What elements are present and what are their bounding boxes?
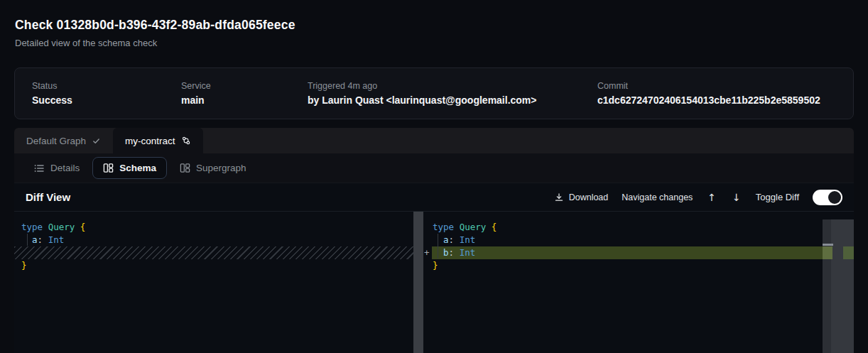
graph-tab-strip: Default Graph my-contract (14, 128, 854, 153)
download-icon (554, 192, 564, 202)
check-icon (92, 136, 101, 146)
diff-placeholder-line (14, 246, 413, 259)
check-content-panel: Details Schema Supergraph Diff View Down… (14, 153, 854, 353)
previous-change-button[interactable]: ↑ (706, 192, 717, 203)
summary-commit: Commit c1dc62724702406154013cbe11b225b2e… (597, 81, 836, 106)
summary-triggered: Triggered 4m ago by Laurin Quast <laurin… (308, 81, 597, 106)
code-line: type Query { (432, 221, 823, 234)
code-line: a: Int (14, 234, 413, 246)
diff-controls: Download Navigate changes ↑ ↓ Toggle Dif… (554, 190, 842, 205)
service-label: Service (181, 81, 308, 91)
next-change-button[interactable]: ↓ (731, 192, 742, 203)
list-icon (33, 163, 45, 174)
diff-splitter[interactable] (413, 212, 423, 353)
columns-icon (103, 163, 114, 173)
diff-left-pane: type Query { a: Int} (14, 221, 413, 272)
page-title: Check 01328b0d-b396-43f2-89ab-dfda065fee… (15, 18, 295, 33)
triggered-value: by Laurin Quast <laurinquast@googlemail.… (308, 94, 597, 106)
diff-view-title: Diff View (26, 191, 70, 203)
navigate-changes-button[interactable]: Navigate changes (622, 192, 693, 202)
code-line: a: Int (432, 234, 823, 246)
tab-details-label: Details (50, 163, 80, 173)
tab-supergraph[interactable]: Supergraph (172, 157, 254, 179)
code-line: } (432, 259, 823, 272)
columns-icon (180, 163, 190, 173)
summary-service: Service main (181, 81, 308, 106)
commit-label: Commit (597, 81, 836, 91)
diff-toolbar: Diff View Download Navigate changes ↑ ↓ … (14, 183, 854, 212)
tab-schema-label: Schema (119, 163, 156, 173)
commit-value: c1dc62724702406154013cbe11b225b2e5859502 (597, 94, 836, 106)
tab-details[interactable]: Details (26, 157, 87, 180)
status-value: Success (32, 94, 181, 106)
tab-default-graph[interactable]: Default Graph (14, 128, 113, 153)
minimap-text-mark (823, 244, 833, 246)
diff-scrollbar[interactable] (823, 219, 831, 353)
contract-icon (181, 136, 191, 146)
tab-supergraph-label: Supergraph (196, 163, 246, 173)
indent-guide (438, 234, 438, 259)
indent-guide (27, 234, 28, 246)
status-label: Status (32, 81, 181, 91)
tab-default-graph-label: Default Graph (26, 136, 86, 146)
tab-schema[interactable]: Schema (92, 157, 167, 179)
page-subtitle: Detailed view of the schema check (15, 38, 157, 48)
summary-status: Status Success (32, 81, 181, 106)
diff-right-pane: type Query { a: Int b: Int} (432, 221, 823, 272)
navigate-changes-label: Navigate changes (622, 192, 693, 202)
tab-my-contract[interactable]: my-contract (113, 128, 203, 153)
overview-ruler-added-marker (823, 246, 832, 259)
code-line: b: Int (432, 246, 823, 259)
view-tab-bar: Details Schema Supergraph (14, 153, 854, 183)
triggered-label: Triggered 4m ago (308, 81, 597, 91)
arrow-up-icon: ↑ (707, 192, 716, 203)
tab-my-contract-label: my-contract (125, 136, 175, 146)
code-line: } (14, 259, 413, 272)
toggle-knob (828, 191, 841, 204)
download-button[interactable]: Download (554, 192, 609, 202)
check-summary-card: Status Success Service main Triggered 4m… (14, 67, 854, 119)
toggle-diff-switch[interactable] (813, 190, 842, 205)
added-line-marker: + (424, 246, 430, 259)
arrow-down-icon: ↓ (732, 192, 741, 203)
service-value: main (181, 94, 308, 106)
code-line: type Query { (14, 221, 413, 234)
diff-minimap[interactable] (831, 219, 854, 353)
minimap-added-marker (843, 246, 854, 259)
schema-diff-editor[interactable]: type Query { a: Int} + type Query { a: I… (14, 212, 854, 353)
download-label: Download (569, 192, 609, 202)
toggle-diff-label: Toggle Diff (756, 192, 799, 202)
